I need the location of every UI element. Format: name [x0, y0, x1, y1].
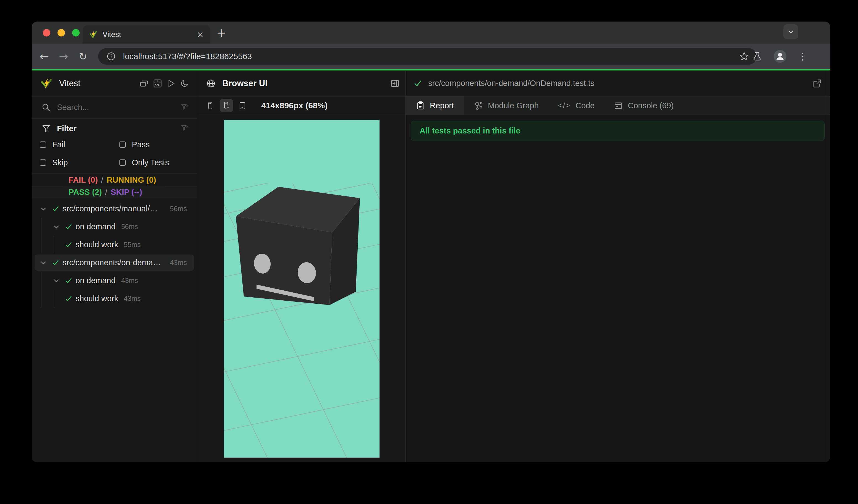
report-tabbar: Report Module Graph </> Code	[406, 96, 830, 115]
code-icon: </>	[558, 101, 571, 110]
indent-guide	[41, 290, 42, 308]
browser-toolbar: ← → ↻ localhost:5173/#/?file=1828625563	[32, 44, 830, 69]
device-phone-button[interactable]	[204, 99, 217, 112]
module-graph-icon	[474, 101, 483, 110]
checkbox[interactable]	[40, 159, 46, 166]
browser-tab-strip: Vitest × +	[32, 21, 830, 44]
skip-count: SKIP (--)	[111, 188, 142, 197]
tree-row-test[interactable]: should work 55ms	[32, 236, 197, 254]
close-window-button[interactable]	[43, 29, 50, 36]
summary-line-pass-skip: PASS (2) / SKIP (--)	[32, 186, 197, 198]
address-bar[interactable]: localhost:5173/#/?file=1828625563	[98, 48, 757, 65]
filter-checkbox-skip[interactable]: Skip	[40, 158, 120, 167]
search-input[interactable]	[57, 103, 175, 112]
expand-panel-icon[interactable]	[390, 79, 400, 88]
tree-row-suite[interactable]: on demand 56ms	[32, 218, 197, 236]
check-icon	[52, 259, 59, 266]
test-file-path: src/components/on-demand/OnDemand.test.t…	[428, 79, 806, 88]
experiments-flask-icon[interactable]	[752, 51, 762, 61]
report-panel: src/components/on-demand/OnDemand.test.t…	[406, 70, 830, 462]
duration-label: 43ms	[170, 259, 187, 267]
tab-code[interactable]: </> Code	[549, 96, 604, 115]
chevron-down-icon[interactable]	[53, 223, 60, 230]
dashboard-report-icon[interactable]	[153, 79, 162, 88]
new-tab-button[interactable]: +	[217, 21, 226, 44]
filter-checkbox-only-tests[interactable]: Only Tests	[120, 158, 197, 167]
phone-icon	[206, 101, 214, 110]
collapse-panels-icon[interactable]	[140, 79, 148, 88]
browser-menu-icon[interactable]: ⋮	[798, 51, 807, 62]
robot-cube	[236, 187, 360, 305]
fail-count: FAIL (0)	[68, 176, 98, 184]
funnel-icon	[42, 124, 50, 133]
check-icon	[52, 205, 59, 212]
browser-ui-header: Browser UI	[197, 70, 405, 96]
test-summary: FAIL (0) / RUNNING (0) PASS (2) / SKIP (…	[32, 174, 197, 198]
tree-row-file-on-demand[interactable]: src/components/on-dema… 43ms	[32, 254, 197, 272]
device-toolbar: 414x896px (68%)	[197, 96, 405, 115]
external-link-icon[interactable]	[812, 79, 822, 88]
search-row	[32, 96, 197, 118]
viewport-area	[197, 115, 405, 462]
console-icon	[614, 101, 623, 110]
all-tests-passed-banner: All tests passed in this file	[411, 121, 825, 141]
tab-search-button[interactable]	[783, 24, 798, 39]
tab-console[interactable]: Console (69)	[604, 96, 683, 115]
globe-icon	[206, 79, 216, 88]
tab-module-graph[interactable]: Module Graph	[464, 96, 549, 115]
chevron-down-icon	[787, 28, 794, 35]
url-text[interactable]: localhost:5173/#/?file=1828625563	[123, 52, 252, 61]
duration-label: 43ms	[124, 295, 141, 303]
indent-guide	[41, 236, 42, 254]
filter-checkbox-fail[interactable]: Fail	[40, 140, 120, 149]
clear-filter-icon[interactable]	[181, 124, 189, 133]
running-count: RUNNING (0)	[107, 176, 156, 184]
filter-checkbox-pass[interactable]: Pass	[120, 140, 197, 149]
indent-guide	[41, 272, 42, 290]
checkbox[interactable]	[120, 142, 126, 148]
viewport-size-label: 414x896px (68%)	[261, 101, 328, 110]
search-icon	[42, 103, 51, 112]
tab-close-icon[interactable]: ×	[197, 30, 204, 39]
traffic-lights	[32, 29, 80, 36]
profile-avatar[interactable]	[774, 50, 786, 63]
tab-report[interactable]: Report	[406, 96, 464, 115]
chevron-down-icon[interactable]	[53, 277, 60, 284]
device-phone-plus-button[interactable]	[220, 99, 233, 112]
clear-filter-icon[interactable]	[181, 103, 189, 112]
check-icon	[65, 223, 72, 230]
report-content: All tests passed in this file	[406, 115, 830, 462]
checkbox[interactable]	[40, 142, 46, 148]
sidebar-header: Vitest	[32, 70, 197, 96]
back-button[interactable]: ←	[34, 50, 54, 63]
tree-row-file-manual[interactable]: src/components/manual/… 56ms	[32, 200, 197, 218]
filter-options: Fail Pass Skip Only Tests	[32, 136, 197, 167]
chevron-down-icon[interactable]	[40, 205, 47, 212]
run-all-play-icon[interactable]	[167, 79, 176, 88]
tree-row-suite[interactable]: on demand 43ms	[32, 272, 197, 290]
check-icon	[414, 79, 422, 87]
clipboard-icon	[416, 101, 425, 110]
filter-header: Filter	[32, 118, 197, 136]
forward-button[interactable]: →	[54, 50, 73, 63]
reload-button[interactable]: ↻	[73, 51, 93, 62]
check-icon	[65, 277, 72, 284]
tree-row-test[interactable]: should work 43ms	[32, 290, 197, 308]
duration-label: 43ms	[121, 277, 138, 284]
browser-ui-title: Browser UI	[222, 79, 384, 88]
dark-mode-moon-icon[interactable]	[180, 79, 189, 88]
checkbox[interactable]	[120, 159, 126, 166]
browser-tab[interactable]: Vitest ×	[83, 26, 210, 44]
browser-window: Vitest × + ← → ↻ localhost:5173/#/?file=…	[32, 21, 830, 462]
chevron-down-icon[interactable]	[40, 259, 47, 266]
summary-line-fail-running: FAIL (0) / RUNNING (0)	[32, 174, 197, 186]
zoom-window-button[interactable]	[72, 29, 80, 36]
bookmark-star-icon[interactable]	[739, 51, 749, 61]
minimize-window-button[interactable]	[58, 29, 65, 36]
info-icon[interactable]	[107, 52, 116, 61]
vitest-favicon-icon	[89, 30, 98, 39]
duration-label: 56ms	[121, 223, 138, 231]
device-tablet-button[interactable]	[236, 99, 249, 112]
filter-title: Filter	[57, 124, 174, 133]
browser-viewport-canvas[interactable]	[224, 120, 380, 458]
